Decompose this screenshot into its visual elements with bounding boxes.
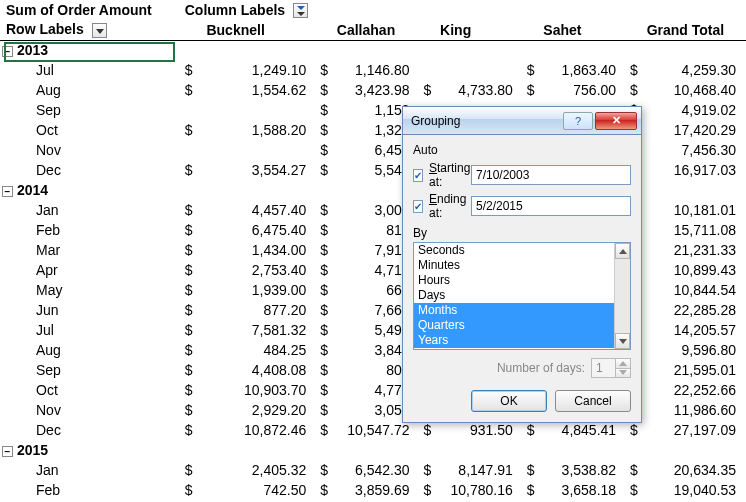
cell-value[interactable]: 3,554.27 xyxy=(202,160,316,180)
list-item-minutes[interactable]: Minutes xyxy=(414,258,614,273)
cell-value[interactable]: 2,405.32 xyxy=(202,460,316,480)
month-row[interactable]: Dec xyxy=(0,420,181,440)
scroll-down-button[interactable] xyxy=(615,333,630,349)
month-row[interactable]: Sep xyxy=(0,100,181,120)
cell-value[interactable]: 9,596.80 xyxy=(643,340,746,360)
currency-symbol[interactable]: $ xyxy=(523,480,540,500)
currency-symbol[interactable]: $ xyxy=(181,460,203,480)
month-row[interactable]: Aug xyxy=(0,80,181,100)
cell-value[interactable]: 6,542.30 xyxy=(333,460,420,480)
currency-symbol[interactable]: $ xyxy=(181,120,203,140)
currency-symbol[interactable]: $ xyxy=(316,320,333,340)
currency-symbol[interactable]: $ xyxy=(420,420,437,440)
currency-symbol[interactable]: $ xyxy=(316,420,333,440)
currency-symbol[interactable]: $ xyxy=(316,360,333,380)
currency-symbol[interactable] xyxy=(181,140,203,160)
cell-value[interactable]: 1,863.40 xyxy=(539,60,626,80)
currency-symbol[interactable]: $ xyxy=(181,240,203,260)
starting-at-input[interactable] xyxy=(471,165,631,185)
ending-at-input[interactable] xyxy=(471,196,631,216)
currency-symbol[interactable]: $ xyxy=(181,260,203,280)
currency-symbol[interactable] xyxy=(420,60,437,80)
cell-value[interactable]: 15,711.08 xyxy=(643,220,746,240)
currency-symbol[interactable]: $ xyxy=(626,80,643,100)
cell-value[interactable] xyxy=(202,140,316,160)
currency-symbol[interactable]: $ xyxy=(420,80,437,100)
currency-symbol[interactable]: $ xyxy=(316,140,333,160)
cell-value[interactable]: 10,547.72 xyxy=(333,420,420,440)
by-listbox[interactable]: SecondsMinutesHoursDaysMonthsQuartersYea… xyxy=(413,242,631,350)
currency-symbol[interactable]: $ xyxy=(181,80,203,100)
currency-symbol[interactable]: $ xyxy=(181,280,203,300)
cell-value[interactable]: 1,554.62 xyxy=(202,80,316,100)
currency-symbol[interactable]: $ xyxy=(316,260,333,280)
month-row[interactable]: Mar xyxy=(0,240,181,260)
month-row[interactable]: Aug xyxy=(0,340,181,360)
month-row[interactable]: Feb xyxy=(0,480,181,500)
dialog-titlebar[interactable]: Grouping ? ✕ xyxy=(403,107,641,135)
currency-symbol[interactable]: $ xyxy=(420,480,437,500)
currency-symbol[interactable]: $ xyxy=(523,60,540,80)
cell-value[interactable]: 4,733.80 xyxy=(436,80,523,100)
cell-value[interactable]: 2,753.40 xyxy=(202,260,316,280)
cell-value[interactable]: 7,581.32 xyxy=(202,320,316,340)
cell-value[interactable]: 756.00 xyxy=(539,80,626,100)
month-row[interactable]: Apr xyxy=(0,260,181,280)
cell-value[interactable]: 14,205.57 xyxy=(643,320,746,340)
cell-value[interactable]: 10,903.70 xyxy=(202,380,316,400)
cell-value[interactable]: 4,919.02 xyxy=(643,100,746,120)
currency-symbol[interactable]: $ xyxy=(181,60,203,80)
cell-value[interactable]: 10,899.43 xyxy=(643,260,746,280)
currency-symbol[interactable]: $ xyxy=(181,420,203,440)
cell-value[interactable]: 931.50 xyxy=(436,420,523,440)
cell-value[interactable]: 17,420.29 xyxy=(643,120,746,140)
cell-value[interactable]: 11,986.60 xyxy=(643,400,746,420)
column-labels-filter-dropdown[interactable] xyxy=(293,3,308,18)
cell-value[interactable] xyxy=(202,100,316,120)
cell-value[interactable]: 21,595.01 xyxy=(643,360,746,380)
cell-value[interactable]: 22,252.66 xyxy=(643,380,746,400)
cell-value[interactable]: 4,259.30 xyxy=(643,60,746,80)
cell-value[interactable]: 1,434.00 xyxy=(202,240,316,260)
collapse-icon[interactable]: − xyxy=(2,446,13,457)
cell-value[interactable]: 6,475.40 xyxy=(202,220,316,240)
currency-symbol[interactable]: $ xyxy=(316,60,333,80)
row-labels-dropdown[interactable] xyxy=(92,23,107,38)
currency-symbol[interactable]: $ xyxy=(181,200,203,220)
currency-symbol[interactable]: $ xyxy=(626,60,643,80)
year-row[interactable]: −2014 xyxy=(0,180,181,200)
currency-symbol[interactable]: $ xyxy=(316,240,333,260)
cell-value[interactable]: 8,147.91 xyxy=(436,460,523,480)
month-row[interactable]: Nov xyxy=(0,140,181,160)
month-row[interactable]: Oct xyxy=(0,380,181,400)
month-row[interactable]: Dec xyxy=(0,160,181,180)
cell-value[interactable]: 10,872.46 xyxy=(202,420,316,440)
currency-symbol[interactable]: $ xyxy=(316,120,333,140)
currency-symbol[interactable]: $ xyxy=(420,460,437,480)
currency-symbol[interactable]: $ xyxy=(316,380,333,400)
currency-symbol[interactable]: $ xyxy=(316,160,333,180)
currency-symbol[interactable]: $ xyxy=(181,480,203,500)
cell-value[interactable]: 27,197.09 xyxy=(643,420,746,440)
currency-symbol[interactable]: $ xyxy=(523,460,540,480)
currency-symbol[interactable]: $ xyxy=(181,320,203,340)
dialog-help-button[interactable]: ? xyxy=(563,112,593,130)
cell-value[interactable]: 10,844.54 xyxy=(643,280,746,300)
cell-value[interactable]: 877.20 xyxy=(202,300,316,320)
cell-value[interactable]: 3,538.82 xyxy=(539,460,626,480)
cell-value[interactable]: 10,780.16 xyxy=(436,480,523,500)
currency-symbol[interactable]: $ xyxy=(181,300,203,320)
month-row[interactable]: Jan xyxy=(0,200,181,220)
currency-symbol[interactable]: $ xyxy=(316,480,333,500)
year-row[interactable]: −2013 xyxy=(0,40,181,60)
list-item-days[interactable]: Days xyxy=(414,288,614,303)
currency-symbol[interactable]: $ xyxy=(181,220,203,240)
cell-value[interactable]: 22,285.28 xyxy=(643,300,746,320)
month-row[interactable]: Feb xyxy=(0,220,181,240)
currency-symbol[interactable]: $ xyxy=(181,340,203,360)
currency-symbol[interactable]: $ xyxy=(523,420,540,440)
currency-symbol[interactable]: $ xyxy=(316,200,333,220)
collapse-icon[interactable]: − xyxy=(2,186,13,197)
currency-symbol[interactable]: $ xyxy=(181,400,203,420)
cell-value[interactable]: 21,231.33 xyxy=(643,240,746,260)
